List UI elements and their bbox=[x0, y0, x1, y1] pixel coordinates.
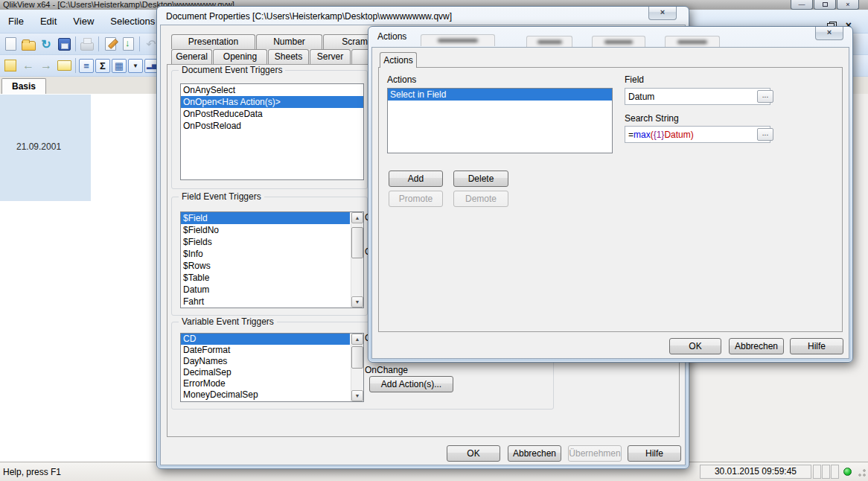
close-icon[interactable] bbox=[648, 7, 677, 20]
delete-button[interactable]: Delete bbox=[453, 171, 508, 187]
forward-icon[interactable] bbox=[37, 57, 55, 74]
search-browse-button[interactable]: ... bbox=[757, 128, 773, 141]
multibox-icon[interactable] bbox=[79, 59, 94, 73]
list-item[interactable]: DateFormat bbox=[181, 345, 350, 356]
field-browse-button[interactable]: ... bbox=[757, 90, 773, 103]
scrollbar[interactable] bbox=[351, 212, 363, 308]
search-string-part: = bbox=[628, 130, 634, 140]
resize-grip[interactable] bbox=[856, 468, 867, 479]
list-item[interactable]: DayNames bbox=[181, 356, 350, 367]
list-item[interactable]: CD bbox=[181, 334, 350, 345]
search-string-part: Datum) bbox=[664, 130, 693, 140]
help-button[interactable]: Hilfe bbox=[628, 445, 681, 462]
table-box-icon[interactable] bbox=[112, 59, 127, 73]
separator bbox=[96, 35, 101, 53]
list-item[interactable]: Datum bbox=[181, 284, 350, 296]
edit-script-icon[interactable] bbox=[101, 35, 119, 53]
separator bbox=[73, 35, 78, 53]
open-folder-icon[interactable] bbox=[19, 35, 37, 53]
variable-event-triggers-list[interactable]: CDDateFormatDayNamesDecimalSepErrorModeM… bbox=[180, 333, 364, 402]
separator bbox=[73, 57, 78, 74]
list-item[interactable]: OnOpen<Has Action(s)> bbox=[181, 96, 363, 108]
menu-item[interactable]: Selections bbox=[102, 16, 163, 27]
tab-general[interactable]: General bbox=[171, 49, 212, 65]
document-event-triggers-list[interactable]: OnAnySelectOnOpen<Has Action(s)>OnPostRe… bbox=[180, 83, 364, 180]
dialog-body: Actions Actions Select in Field Add Dele… bbox=[371, 47, 849, 359]
tab-actions[interactable]: Actions bbox=[380, 52, 417, 68]
tab-server[interactable]: Server bbox=[310, 49, 351, 65]
onchange-label: OnChange bbox=[365, 365, 408, 375]
list-item[interactable]: $Fields bbox=[181, 236, 350, 248]
refresh-icon[interactable] bbox=[37, 35, 55, 53]
add-actions-button[interactable]: Add Action(s)... bbox=[369, 376, 453, 392]
cancel-button[interactable]: Abbrechen bbox=[508, 445, 561, 462]
search-string-part: max bbox=[634, 130, 651, 140]
ok-button[interactable]: OK bbox=[669, 338, 721, 354]
list-item[interactable]: $FieldNo bbox=[181, 224, 350, 236]
group-label: Field Event Triggers bbox=[179, 191, 264, 202]
reload-icon[interactable] bbox=[119, 35, 137, 53]
menu-item[interactable]: Edit bbox=[32, 16, 65, 27]
tab-opening[interactable]: Opening bbox=[213, 49, 267, 65]
help-button[interactable]: Hilfe bbox=[790, 338, 843, 354]
list-item[interactable]: $Info bbox=[181, 248, 350, 260]
ok-button[interactable]: OK bbox=[447, 445, 500, 462]
scroll-up-icon[interactable] bbox=[351, 334, 363, 345]
save-icon[interactable] bbox=[55, 35, 73, 53]
back-icon[interactable] bbox=[19, 57, 37, 74]
blurred-tab bbox=[421, 34, 495, 46]
date-value[interactable]: 21.09.2001 bbox=[16, 141, 61, 152]
actions-list[interactable]: Select in Field bbox=[387, 88, 613, 153]
group-label: Variable Event Triggers bbox=[179, 316, 277, 327]
restore-icon bbox=[823, 2, 828, 7]
demote-button[interactable]: Demote bbox=[453, 191, 508, 207]
list-item[interactable]: OnPostReload bbox=[181, 120, 363, 132]
restore-button[interactable] bbox=[814, 0, 836, 10]
status-led-icon bbox=[843, 468, 852, 476]
cancel-button[interactable]: Abbrechen bbox=[729, 338, 784, 354]
scroll-up-icon[interactable] bbox=[351, 212, 363, 223]
field-input[interactable] bbox=[625, 88, 770, 105]
field-event-triggers-list[interactable]: $Field$FieldNo$Fields$Info$Rows$TableDat… bbox=[180, 211, 364, 308]
clear-selections-icon[interactable] bbox=[55, 57, 73, 74]
separator bbox=[137, 35, 142, 53]
apply-button[interactable]: Übernehmen bbox=[568, 445, 622, 462]
list-item[interactable]: Fahrt bbox=[181, 296, 350, 308]
tab-sheets[interactable]: Sheets bbox=[268, 49, 309, 65]
dialog-title: Document Properties [C:\Users\Heisterkam… bbox=[166, 11, 452, 22]
menu-item[interactable]: View bbox=[65, 16, 102, 27]
list-item[interactable]: ErrorMode bbox=[181, 378, 350, 389]
promote-button[interactable]: Promote bbox=[389, 191, 443, 207]
close-icon[interactable] bbox=[815, 27, 843, 40]
status-panel bbox=[813, 465, 821, 479]
scroll-down-icon[interactable] bbox=[351, 296, 363, 308]
chart-menu-icon[interactable] bbox=[128, 59, 143, 73]
new-document-icon[interactable] bbox=[1, 35, 19, 53]
list-item[interactable]: MoneyDecimalSep bbox=[181, 389, 350, 401]
scroll-down-icon[interactable] bbox=[351, 390, 363, 401]
scroll-thumb[interactable] bbox=[351, 346, 363, 369]
scroll-thumb[interactable] bbox=[351, 227, 363, 258]
sigma-chart-icon[interactable] bbox=[95, 59, 110, 73]
sheet-tab-basis[interactable]: Basis bbox=[1, 78, 46, 94]
list-item[interactable]: $Table bbox=[181, 272, 350, 284]
date-listbox[interactable]: 21.09.2001 bbox=[0, 95, 91, 201]
search-string-input[interactable]: =max({1}Datum) bbox=[625, 126, 770, 143]
add-sheet-icon[interactable] bbox=[1, 57, 19, 74]
list-item[interactable]: DecimalSep bbox=[181, 367, 350, 378]
status-panel bbox=[831, 465, 839, 479]
status-timestamp: 30.01.2015 09:59:45 bbox=[700, 465, 811, 479]
list-item[interactable]: OnAnySelect bbox=[181, 84, 363, 96]
print-icon[interactable] bbox=[78, 35, 96, 53]
close-button[interactable]: × bbox=[837, 0, 859, 10]
menu-item[interactable]: File bbox=[0, 16, 32, 27]
list-item[interactable]: OnPostReduceData bbox=[181, 108, 363, 120]
tab-number[interactable]: Number bbox=[256, 34, 322, 49]
tab-presentation[interactable]: Presentation bbox=[171, 34, 255, 49]
scrollbar[interactable] bbox=[351, 334, 363, 401]
list-item[interactable]: Select in Field bbox=[388, 89, 612, 101]
list-item[interactable]: $Rows bbox=[181, 260, 350, 272]
list-item[interactable]: $Field bbox=[181, 212, 350, 224]
add-button[interactable]: Add bbox=[389, 171, 443, 187]
minimize-button[interactable]: — bbox=[791, 0, 813, 10]
